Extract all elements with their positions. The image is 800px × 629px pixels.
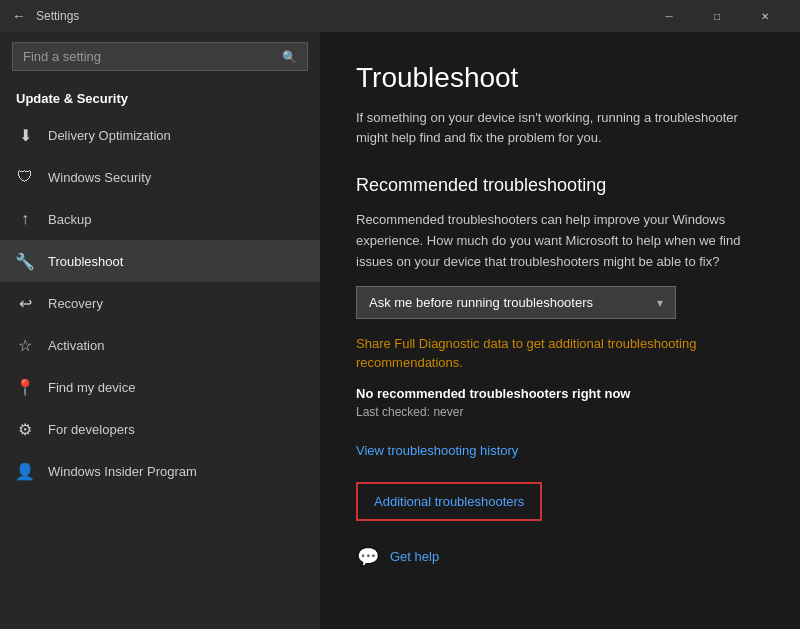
sidebar-item-label-windows-insider: Windows Insider Program xyxy=(48,464,197,479)
sidebar-item-label-delivery-optimization: Delivery Optimization xyxy=(48,128,171,143)
dropdown-value: Ask me before running troubleshooters xyxy=(369,295,593,310)
backup-icon: ↑ xyxy=(16,210,34,228)
view-history-link[interactable]: View troubleshooting history xyxy=(356,443,764,458)
additional-troubleshooters-button[interactable]: Additional troubleshooters xyxy=(356,482,542,521)
content-area: Troubleshoot If something on your device… xyxy=(320,32,800,629)
troubleshoot-icon: 🔧 xyxy=(16,252,34,270)
sidebar-item-label-recovery: Recovery xyxy=(48,296,103,311)
sidebar-item-label-activation: Activation xyxy=(48,338,104,353)
activation-icon: ☆ xyxy=(16,336,34,354)
sidebar-item-label-windows-security: Windows Security xyxy=(48,170,151,185)
sidebar-item-backup[interactable]: ↑Backup xyxy=(0,198,320,240)
section-title: Recommended troubleshooting xyxy=(356,175,764,196)
back-button[interactable]: ← xyxy=(12,8,26,24)
sidebar: 🔍 Update & Security ⬇Delivery Optimizati… xyxy=(0,32,320,629)
title-bar-title: Settings xyxy=(36,9,646,23)
search-icon: 🔍 xyxy=(282,50,297,64)
page-description: If something on your device isn't workin… xyxy=(356,108,764,147)
title-bar: ← Settings ─ □ ✕ xyxy=(0,0,800,32)
last-checked-status: Last checked: never xyxy=(356,405,764,419)
recovery-icon: ↩ xyxy=(16,294,34,312)
sidebar-item-windows-security[interactable]: 🛡Windows Security xyxy=(0,156,320,198)
get-help-row[interactable]: 💬 Get help xyxy=(356,545,764,569)
sidebar-item-delivery-optimization[interactable]: ⬇Delivery Optimization xyxy=(0,114,320,156)
close-button[interactable]: ✕ xyxy=(742,0,788,32)
windows-insider-icon: 👤 xyxy=(16,462,34,480)
main-layout: 🔍 Update & Security ⬇Delivery Optimizati… xyxy=(0,32,800,629)
sidebar-item-label-for-developers: For developers xyxy=(48,422,135,437)
get-help-label: Get help xyxy=(390,549,439,564)
sidebar-item-find-my-device[interactable]: 📍Find my device xyxy=(0,366,320,408)
sidebar-item-for-developers[interactable]: ⚙For developers xyxy=(0,408,320,450)
search-input[interactable] xyxy=(23,49,274,64)
sidebar-items-container: ⬇Delivery Optimization🛡Windows Security↑… xyxy=(0,114,320,492)
for-developers-icon: ⚙ xyxy=(16,420,34,438)
search-bar[interactable]: 🔍 xyxy=(12,42,308,71)
minimize-button[interactable]: ─ xyxy=(646,0,692,32)
troubleshoot-dropdown[interactable]: Ask me before running troubleshooters ▾ xyxy=(356,286,676,319)
window-controls: ─ □ ✕ xyxy=(646,0,788,32)
sidebar-item-label-troubleshoot: Troubleshoot xyxy=(48,254,123,269)
sidebar-item-windows-insider[interactable]: 👤Windows Insider Program xyxy=(0,450,320,492)
section-description: Recommended troubleshooters can help imp… xyxy=(356,210,764,272)
delivery-optimization-icon: ⬇ xyxy=(16,126,34,144)
sidebar-item-activation[interactable]: ☆Activation xyxy=(0,324,320,366)
chevron-down-icon: ▾ xyxy=(657,296,663,310)
diagnostic-link[interactable]: Share Full Diagnostic data to get additi… xyxy=(356,335,764,371)
maximize-button[interactable]: □ xyxy=(694,0,740,32)
sidebar-item-label-backup: Backup xyxy=(48,212,91,227)
find-my-device-icon: 📍 xyxy=(16,378,34,396)
get-help-icon: 💬 xyxy=(356,545,380,569)
sidebar-item-troubleshoot[interactable]: 🔧Troubleshoot xyxy=(0,240,320,282)
sidebar-item-recovery[interactable]: ↩Recovery xyxy=(0,282,320,324)
sidebar-section-title: Update & Security xyxy=(0,83,320,114)
sidebar-item-label-find-my-device: Find my device xyxy=(48,380,135,395)
dropdown-container: Ask me before running troubleshooters ▾ xyxy=(356,286,764,319)
page-title: Troubleshoot xyxy=(356,62,764,94)
no-troubleshooters-status: No recommended troubleshooters right now xyxy=(356,386,764,401)
windows-security-icon: 🛡 xyxy=(16,168,34,186)
